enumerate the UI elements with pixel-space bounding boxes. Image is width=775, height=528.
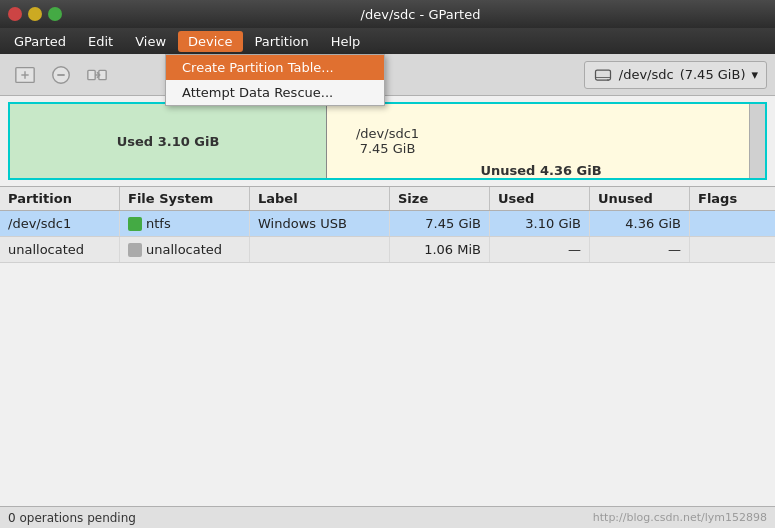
disk-used-region: Used 3.10 GiB <box>10 104 327 178</box>
menu-partition[interactable]: Partition <box>245 31 319 52</box>
col-header-size: Size <box>390 187 490 210</box>
col-header-unused: Unused <box>590 187 690 210</box>
partition-size-label: 7.45 GiB <box>356 141 419 156</box>
unused-label: Unused 4.36 GiB <box>480 163 601 178</box>
disk-visualization: Used 3.10 GiB Unused 4.36 GiB /dev/sdc1 … <box>8 102 767 180</box>
table-row[interactable]: unallocatedunallocated1.06 MiB—— <box>0 237 775 263</box>
apply-button[interactable] <box>80 58 114 92</box>
cell-flags <box>690 211 770 236</box>
svg-point-10 <box>607 79 609 81</box>
device-selector[interactable]: /dev/sdc (7.45 GiB) ▾ <box>584 61 767 89</box>
svg-rect-8 <box>595 70 610 80</box>
cell-used: — <box>490 237 590 262</box>
cell-unused: — <box>590 237 690 262</box>
menu-help[interactable]: Help <box>321 31 371 52</box>
cell-filesystem: unallocated <box>120 237 250 262</box>
new-partition-icon <box>14 64 36 86</box>
disk-scrollbar[interactable] <box>749 104 765 178</box>
cell-filesystem: ntfs <box>120 211 250 236</box>
status-url: http://blog.csdn.net/lym152898 <box>593 511 767 524</box>
menu-view[interactable]: View <box>125 31 176 52</box>
cell-partition: /dev/sdc1 <box>0 211 120 236</box>
device-name: /dev/sdc <box>619 67 674 82</box>
col-header-label: Label <box>250 187 390 210</box>
used-label: Used 3.10 GiB <box>117 134 220 149</box>
disk-center-label: /dev/sdc1 7.45 GiB <box>356 126 419 156</box>
menu-edit[interactable]: Edit <box>78 31 123 52</box>
cell-used: 3.10 GiB <box>490 211 590 236</box>
delete-partition-icon <box>50 64 72 86</box>
operations-status: 0 operations pending <box>8 511 136 525</box>
cell-label <box>250 237 390 262</box>
partition-name-label: /dev/sdc1 <box>356 126 419 141</box>
new-partition-button[interactable] <box>8 58 42 92</box>
menu-item-attempt-data-rescue[interactable]: Attempt Data Rescue... <box>166 80 384 105</box>
table-body: /dev/sdc1ntfsWindows USB7.45 GiB3.10 GiB… <box>0 211 775 263</box>
title-bar: /dev/sdc - GParted <box>0 0 775 28</box>
cell-size: 7.45 GiB <box>390 211 490 236</box>
window-title: /dev/sdc - GParted <box>74 7 767 22</box>
chevron-down-icon: ▾ <box>751 67 758 82</box>
col-header-partition: Partition <box>0 187 120 210</box>
device-dropdown-menu: Create Partition Table... Attempt Data R… <box>165 54 385 106</box>
cell-size: 1.06 MiB <box>390 237 490 262</box>
partition-table: Partition File System Label Size Used Un… <box>0 186 775 506</box>
menu-gparted[interactable]: GParted <box>4 31 76 52</box>
maximize-button[interactable] <box>48 7 62 21</box>
minimize-button[interactable] <box>28 7 42 21</box>
cell-label: Windows USB <box>250 211 390 236</box>
close-button[interactable] <box>8 7 22 21</box>
delete-partition-button[interactable] <box>44 58 78 92</box>
hard-drive-icon <box>593 65 613 85</box>
filesystem-badge <box>128 217 142 231</box>
col-header-filesystem: File System <box>120 187 250 210</box>
col-header-flags: Flags <box>690 187 770 210</box>
table-header: Partition File System Label Size Used Un… <box>0 186 775 211</box>
cell-unused: 4.36 GiB <box>590 211 690 236</box>
menu-bar: GParted Edit View Device Partition Help <box>0 28 775 54</box>
toolbar: /dev/sdc (7.45 GiB) ▾ <box>0 54 775 96</box>
menu-device[interactable]: Device <box>178 31 242 52</box>
svg-rect-5 <box>88 70 95 79</box>
cell-partition: unallocated <box>0 237 120 262</box>
col-header-used: Used <box>490 187 590 210</box>
status-bar: 0 operations pending http://blog.csdn.ne… <box>0 506 775 528</box>
device-size: (7.45 GiB) <box>680 67 746 82</box>
apply-icon <box>86 64 108 86</box>
menu-item-create-partition-table[interactable]: Create Partition Table... <box>166 55 384 80</box>
table-row[interactable]: /dev/sdc1ntfsWindows USB7.45 GiB3.10 GiB… <box>0 211 775 237</box>
filesystem-badge <box>128 243 142 257</box>
cell-flags <box>690 237 770 262</box>
